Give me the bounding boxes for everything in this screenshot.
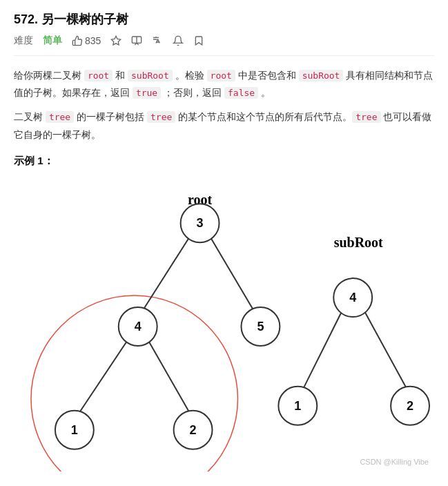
svg-line-8 (303, 313, 341, 389)
share-icon[interactable] (131, 35, 142, 46)
svg-line-9 (365, 313, 407, 389)
desc-text-10: 的某个节点和这个节点的所有后代节点。 (175, 111, 352, 122)
bookmark-icon[interactable] (193, 35, 204, 46)
problem-description: 给你两棵二叉树 root 和 subRoot 。检验 root 中是否包含和 s… (14, 67, 434, 144)
svg-line-6 (79, 340, 128, 413)
desc-text-8: 二叉树 (14, 111, 46, 122)
like-icon[interactable]: 835 (72, 35, 101, 46)
bell-icon[interactable] (173, 35, 184, 46)
diagram-svg: root subRoot 3 4 (14, 182, 434, 472)
subroot-label: subRoot (334, 235, 383, 250)
difficulty-value: 简单 (43, 35, 62, 47)
svg-line-5 (211, 237, 255, 313)
desc-text-1: 给你两棵二叉树 (14, 70, 84, 81)
desc-text-4: 中是否包含和 (235, 70, 299, 81)
code-subroot2: subRoot (299, 70, 344, 81)
code-subroot: subRoot (128, 70, 173, 81)
svg-line-7 (148, 340, 190, 413)
code-false: false (224, 87, 258, 99)
node-4-sub-label: 4 (349, 291, 356, 304)
node-2-left-label: 2 (190, 423, 197, 437)
desc-text-9: 的一棵子树包括 (74, 111, 147, 122)
star-icon[interactable] (110, 35, 121, 46)
node-4-left-label: 4 (135, 320, 142, 333)
difficulty-label: 难度 (14, 35, 33, 47)
translate-icon[interactable] (152, 35, 163, 46)
svg-marker-0 (112, 36, 121, 45)
code-root2: root (207, 70, 235, 81)
desc-text-2: 和 (113, 70, 128, 81)
code-true: true (133, 87, 161, 99)
code-tree1: tree (46, 111, 74, 123)
node-5-label: 5 (257, 320, 264, 333)
node-1-sub-label: 1 (294, 399, 301, 413)
node-1-left-label: 1 (71, 423, 78, 437)
page-title: 572. 另一棵树的子树 (14, 11, 434, 28)
meta-row: 难度 简单 835 (14, 35, 434, 56)
code-root: root (84, 70, 113, 81)
desc-text-7: 。 (258, 87, 271, 98)
desc-text-3: 。检验 (173, 70, 207, 81)
diagram-container: root subRoot 3 4 (14, 182, 434, 472)
node-2-sub-label: 2 (407, 399, 413, 413)
watermark: CSDN @Killing Vibe (360, 458, 429, 466)
like-count: 835 (85, 35, 101, 46)
code-tree3: tree (352, 111, 380, 123)
node-3-label: 3 (197, 216, 204, 230)
code-tree2: tree (147, 111, 175, 123)
desc-text-6: ；否则，返回 (161, 87, 224, 98)
example-label: 示例 1： (14, 155, 434, 168)
svg-line-4 (142, 237, 190, 313)
